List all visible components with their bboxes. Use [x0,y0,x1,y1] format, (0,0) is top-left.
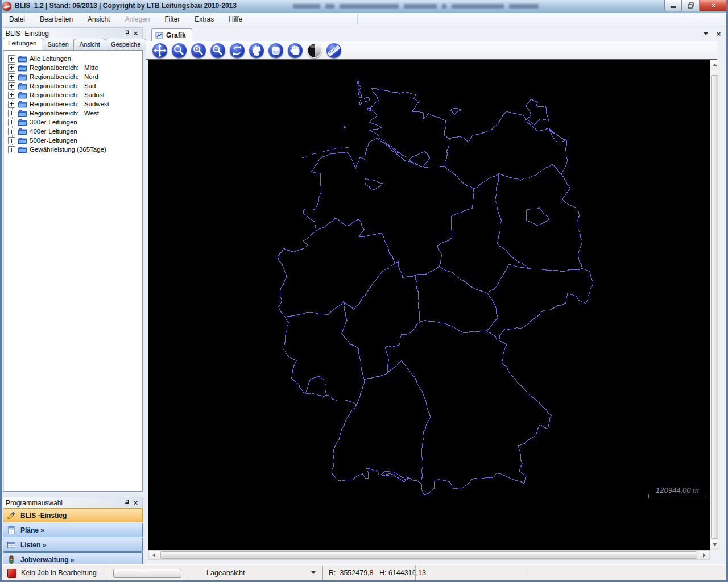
programmauswahl-header: Programmauswahl × [3,497,143,509]
tree-item[interactable]: Gewährleistung (365Tage) [8,145,142,154]
tab-leitungen[interactable]: Leitungen [3,38,42,50]
titlebar[interactable]: BLIS 1.2 | Stand: 06/2013 | Copyright by… [0,0,728,13]
tree-item[interactable]: Regionalbereich: Mitte [8,63,142,72]
tree-item-label: Regionalbereich: Südwest [30,101,109,107]
expand-plus-icon[interactable] [8,128,15,135]
tree-item[interactable]: Regionalbereich: Südost [8,90,142,99]
tab-grafik[interactable]: Grafik [151,28,192,41]
programmauswahl-title: Programmauswahl [6,499,123,507]
tree-item[interactable]: Regionalbereich: Nord [8,72,142,81]
expand-plus-icon[interactable] [8,82,15,90]
app-logo-icon [2,2,11,11]
folder-icon [18,73,27,81]
folder-icon [18,128,27,135]
zoom-in-tool-button[interactable] [191,43,206,58]
horizontal-scrollbar[interactable] [148,550,710,560]
scroll-left-button[interactable] [149,551,159,559]
job-status-icon [7,569,16,578]
folder-icon [18,101,27,108]
expand-plus-icon[interactable] [8,146,15,153]
grafik-toolbar [146,41,717,60]
overview-tool-button[interactable] [249,43,264,58]
refresh-tool-button[interactable] [230,43,245,58]
tree-item[interactable]: 300er-Leitungen [8,118,142,127]
program-item-label: Listen » [20,541,46,549]
panel-close-icon[interactable]: × [131,499,140,507]
close-button[interactable]: × [700,0,727,11]
invert-icon [307,43,322,58]
panel-close-icon[interactable]: × [131,30,140,38]
program-item-label: Jobverwaltung » [20,556,75,564]
program-item-listen[interactable]: Listen » [3,538,143,552]
tab-ansicht[interactable]: Ansicht [75,39,105,50]
menu-item-ansicht[interactable]: Ansicht [80,14,117,25]
tree-item[interactable]: 400er-Leitungen [8,127,142,136]
expand-plus-icon[interactable] [8,55,15,63]
program-item-blis[interactable]: BLIS -Einstieg [3,508,143,522]
program-item-plaene[interactable]: Pläne » [3,523,143,537]
menu-item-datei[interactable]: Datei [2,14,32,25]
tree-item[interactable]: Alle Leitungen [8,54,142,63]
pin-icon[interactable] [123,499,131,507]
restore-button[interactable] [682,0,700,11]
scroll-down-button[interactable] [710,540,719,550]
folder-icon [18,55,27,63]
tab-gespeiche[interactable]: Gespeiche [106,39,146,50]
scale-line [648,496,706,499]
job-icon [7,555,16,564]
hand-tool-button[interactable] [288,43,303,58]
tree-item-label: Regionalbereich: Südost [30,92,105,98]
folder-icon [18,146,27,153]
germany-map [148,60,710,550]
zoom-icon [172,43,187,58]
blis-icon [7,511,16,520]
expand-plus-icon[interactable] [8,92,15,99]
tab-suchen[interactable]: Suchen [43,39,74,50]
minimize-icon [671,6,676,8]
vertical-scroll-thumb[interactable] [711,75,718,539]
extrude-tool-button[interactable] [268,43,283,58]
zoom-out-tool-button[interactable] [210,43,225,58]
expand-plus-icon[interactable] [8,119,15,126]
horizontal-scroll-thumb[interactable] [160,551,697,559]
statusbar-divider [107,566,107,580]
tree-item-label: Regionalbereich: Süd [30,82,96,89]
leitungen-tree: Alle LeitungenRegionalbereich: MitteRegi… [3,51,142,154]
tab-close-icon[interactable]: × [714,30,723,38]
expand-plus-icon[interactable] [8,73,15,81]
map-canvas[interactable]: 120944,00 m [148,60,710,550]
menu-item-bearbeiten[interactable]: Bearbeiten [32,14,80,25]
view-mode-select[interactable]: Lageansicht [189,564,322,582]
menu-item-extras[interactable]: Extras [187,14,221,25]
tree-item-label: Regionalbereich: Nord [30,73,98,80]
measure-tool-button[interactable] [326,43,341,58]
pan-tool-button[interactable] [152,43,167,58]
expand-plus-icon[interactable] [8,64,15,72]
close-icon: × [712,1,716,10]
scroll-right-button[interactable] [700,551,709,559]
leitungen-tree-panel[interactable]: Alle LeitungenRegionalbereich: MitteRegi… [3,50,143,492]
statusbar-divider [322,566,323,580]
expand-plus-icon[interactable] [8,101,15,108]
listen-icon [7,541,16,550]
left-dock-panel: BLIS -Einstieg × LeitungenSuchenAnsichtG… [2,26,144,564]
vertical-scrollbar[interactable] [710,60,719,550]
menu-item-hilfe[interactable]: Hilfe [221,14,250,25]
tree-item[interactable]: Regionalbereich: Südwest [8,99,142,109]
tree-item[interactable]: Regionalbereich: West [8,109,142,118]
application-window: BLIS 1.2 | Stand: 06/2013 | Copyright by… [0,0,728,582]
scroll-up-button[interactable] [710,60,719,70]
menu-item-filter[interactable]: Filter [157,14,187,25]
pin-icon[interactable] [123,30,131,38]
tree-item-label: Regionalbereich: West [30,110,99,117]
tree-item[interactable]: 500er-Leitungen [8,136,142,145]
expand-plus-icon[interactable] [8,110,15,117]
tree-item[interactable]: Regionalbereich: Süd [8,81,142,90]
invert-tool-button[interactable] [307,43,322,58]
tree-item-label: 300er-Leitungen [30,119,77,126]
expand-plus-icon[interactable] [8,137,15,144]
tab-list-dropdown-icon[interactable] [701,30,710,38]
minimize-button[interactable] [664,0,682,11]
zoom-tool-button[interactable] [172,43,187,58]
tree-item-label: Alle Leitungen [30,55,71,62]
